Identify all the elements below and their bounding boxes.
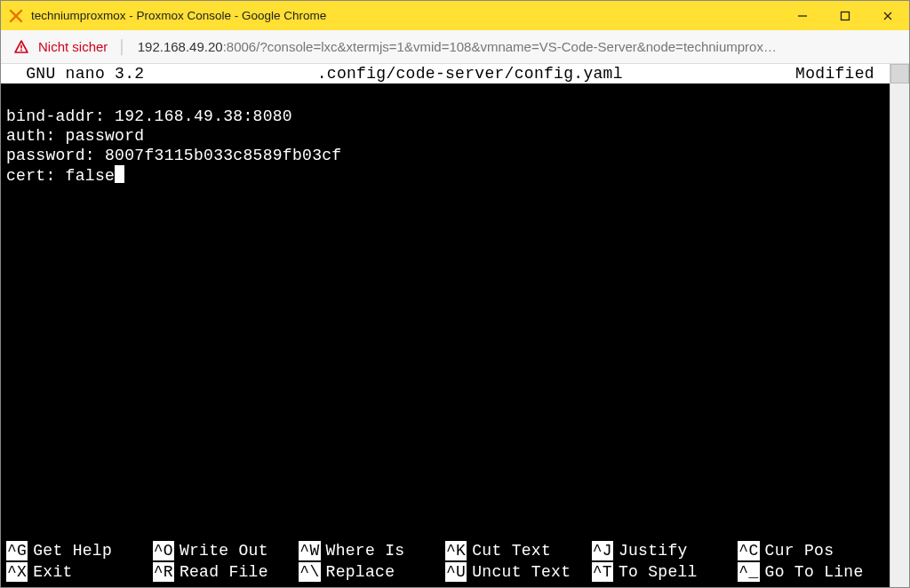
shortcut-key: ^J <box>592 541 613 560</box>
shortcut-label: Go To Line <box>765 562 864 582</box>
nano-shortcut: ^XExit <box>6 562 153 582</box>
file-line: password: 8007f3115b033c8589fb03cf <box>6 146 884 165</box>
svg-rect-3 <box>842 12 850 20</box>
minimize-button[interactable] <box>781 1 824 30</box>
nano-shortcut: ^UUncut Text <box>445 562 592 582</box>
file-line: cert: false <box>6 165 884 185</box>
shortcut-key: ^R <box>153 562 174 582</box>
nano-shortcut: ^\Replace <box>299 562 445 582</box>
shortcut-label: To Spell <box>619 562 698 582</box>
shortcut-key: ^G <box>6 541 28 560</box>
not-secure-icon <box>13 39 29 55</box>
nano-shortcut: ^_Go To Line <box>738 562 884 582</box>
nano-filepath: .config/code-server/config.yaml <box>144 64 795 83</box>
nano-shortcut: ^OWrite Out <box>153 541 299 560</box>
shortcut-key: ^C <box>738 541 759 560</box>
maximize-button[interactable] <box>824 1 866 30</box>
shortcut-label: Cut Text <box>472 541 551 560</box>
nano-shortcut: ^TTo Spell <box>592 562 738 582</box>
shortcut-label: Where Is <box>326 541 405 560</box>
svg-point-7 <box>20 49 22 51</box>
shortcut-label: Read File <box>180 562 268 582</box>
file-line <box>6 87 884 107</box>
shortcut-label: Replace <box>326 562 395 582</box>
not-secure-label: Nicht sicher <box>38 39 108 54</box>
terminal[interactable]: GNU nano 3.2 .config/code-server/config.… <box>1 64 890 587</box>
shortcut-key: ^O <box>153 541 174 560</box>
shortcut-key: ^W <box>299 541 320 560</box>
window-title: techniumproxmox - Proxmox Console - Goog… <box>31 9 781 22</box>
cursor <box>115 165 124 183</box>
shortcut-label: Write Out <box>180 541 268 560</box>
shortcut-key: ^T <box>592 562 613 582</box>
nano-shortcut: ^JJustify <box>592 541 738 560</box>
nano-shortcuts: ^GGet Help^OWrite Out^WWhere Is^KCut Tex… <box>1 541 890 582</box>
shortcut-key: ^_ <box>738 562 759 582</box>
url-text[interactable]: 192.168.49.20:8006/?console=lxc&xtermjs=… <box>138 39 897 54</box>
proxmox-icon <box>8 8 24 24</box>
window-controls <box>781 1 909 30</box>
shortcut-key: ^U <box>445 562 467 582</box>
editor-content[interactable]: bind-addr: 192.168.49.38:8080auth: passw… <box>1 83 890 185</box>
shortcut-key: ^X <box>6 562 28 582</box>
console-area: GNU nano 3.2 .config/code-server/config.… <box>1 64 909 587</box>
nano-shortcut: ^RRead File <box>153 562 299 582</box>
nano-status: Modified <box>795 64 884 83</box>
nano-header: GNU nano 3.2 .config/code-server/config.… <box>1 64 890 83</box>
shortcut-label: Get Help <box>33 541 112 560</box>
close-button[interactable] <box>866 1 909 30</box>
scrollbar-thumb[interactable] <box>890 64 909 83</box>
file-line: bind-addr: 192.168.49.38:8080 <box>6 107 884 126</box>
shortcut-label: Justify <box>619 541 688 560</box>
nano-version: GNU nano 3.2 <box>6 64 144 83</box>
separator: │ <box>118 39 126 54</box>
nano-shortcut: ^CCur Pos <box>738 541 884 560</box>
nano-shortcut: ^WWhere Is <box>299 541 445 560</box>
shortcut-label: Cur Pos <box>765 541 834 560</box>
shortcut-key: ^K <box>445 541 467 560</box>
shortcut-label: Uncut Text <box>472 562 571 582</box>
shortcut-label: Exit <box>33 562 72 582</box>
address-bar[interactable]: Nicht sicher │ 192.168.49.20:8006/?conso… <box>1 30 909 64</box>
window-titlebar: techniumproxmox - Proxmox Console - Goog… <box>1 1 909 30</box>
scrollbar[interactable] <box>890 64 909 587</box>
nano-shortcut: ^GGet Help <box>6 541 153 560</box>
file-line: auth: password <box>6 126 884 146</box>
nano-shortcut: ^KCut Text <box>445 541 592 560</box>
shortcut-key: ^\ <box>299 562 320 582</box>
